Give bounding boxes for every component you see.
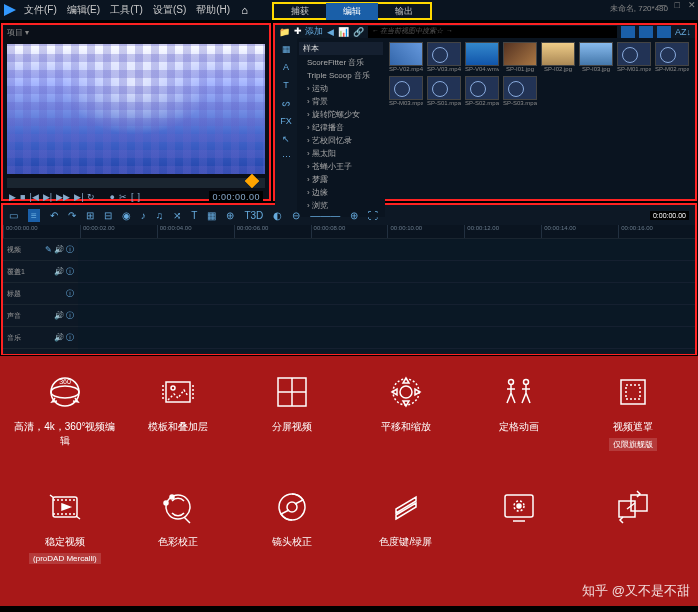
tl-zoom-out-icon[interactable]: ⊖	[292, 210, 300, 221]
close-icon[interactable]: ✕	[688, 0, 696, 10]
lib-chart-icon[interactable]: 📊	[338, 27, 349, 37]
feature-item[interactable]	[578, 485, 688, 592]
feature-item[interactable]: 色彩校正	[124, 485, 234, 592]
menu-tools[interactable]: 工具(T)	[110, 3, 143, 17]
category-item[interactable]: › 黑太阳	[303, 147, 379, 160]
track-header[interactable]: 覆盖1🔊 ⓘ	[3, 261, 78, 283]
tl-zoom-in-icon[interactable]: ⊕	[350, 210, 358, 221]
category-item[interactable]: › 纪律播音	[303, 121, 379, 134]
media-thumb[interactable]: SP-V02.mp4	[389, 42, 423, 72]
track-controls-icon[interactable]: 🔊 ⓘ	[54, 310, 74, 321]
tl-pan-icon[interactable]: ⊕	[226, 210, 234, 221]
next-frame-icon[interactable]: ▶|	[43, 192, 52, 202]
tl-timeline-icon[interactable]: ≡	[28, 209, 40, 222]
track-controls-icon[interactable]: ⓘ	[66, 288, 74, 299]
tl-motion-icon[interactable]: ⤨	[173, 210, 181, 221]
tl-3d-icon[interactable]: T3D	[244, 210, 263, 221]
category-item[interactable]: › 苍蝇小王子	[303, 160, 379, 173]
tl-fit-icon[interactable]: ⛶	[368, 210, 378, 221]
lib-side-tab[interactable]: ↖	[282, 134, 290, 144]
category-item[interactable]: › 背景	[303, 95, 379, 108]
tl-chapter-icon[interactable]: ◐	[273, 210, 282, 221]
feature-item[interactable]	[465, 485, 575, 592]
media-thumb[interactable]: SP-M01.mpa	[617, 42, 651, 72]
track-lane[interactable]	[78, 239, 695, 261]
category-item[interactable]: › 艺校回忆录	[303, 134, 379, 147]
track-header[interactable]: 标题ⓘ	[3, 283, 78, 305]
repeat-icon[interactable]: ↻	[87, 192, 95, 202]
media-thumb[interactable]: SP-S01.mpa	[427, 76, 461, 106]
feature-item[interactable]: 定格动画	[465, 370, 575, 479]
track-header[interactable]: 声音🔊 ⓘ	[3, 305, 78, 327]
track-lane[interactable]	[78, 305, 695, 327]
preview-mode-dropdown[interactable]: 项目 ▾	[3, 25, 269, 40]
lib-side-tab[interactable]: FX	[280, 116, 292, 126]
add-button[interactable]: ✚ 添加	[294, 25, 323, 38]
feature-item[interactable]: 平移和缩放	[351, 370, 461, 479]
menu-edit[interactable]: 编辑(E)	[67, 3, 100, 17]
tab-output[interactable]: 输出	[378, 3, 430, 20]
view-grid-icon[interactable]	[639, 26, 653, 38]
lib-import-icon[interactable]: 📁	[279, 27, 290, 37]
track-area[interactable]	[78, 239, 695, 354]
stop-icon[interactable]: ■	[20, 192, 25, 202]
tl-multi-icon[interactable]: ▦	[207, 210, 216, 221]
tl-tool1-icon[interactable]: ⊞	[86, 210, 94, 221]
media-thumb[interactable]: SP-M02.mpa	[655, 42, 689, 72]
view-detail-icon[interactable]	[657, 26, 671, 38]
tl-zoom-slider[interactable]: ———	[310, 210, 340, 221]
mark-out-icon[interactable]: ]	[137, 192, 140, 202]
lib-nav-back-icon[interactable]: ◀	[327, 27, 334, 37]
tl-mixer-icon[interactable]: ♪	[141, 210, 146, 221]
menu-file[interactable]: 文件(F)	[24, 3, 57, 17]
category-item[interactable]: › 边缘	[303, 186, 379, 199]
maximize-icon[interactable]: □	[675, 0, 680, 10]
tl-storyboard-icon[interactable]: ▭	[9, 210, 18, 221]
track-lane[interactable]	[78, 261, 695, 283]
minimize-icon[interactable]: —	[658, 0, 667, 10]
track-controls-icon[interactable]: 🔊 ⓘ	[54, 266, 74, 277]
mark-in-icon[interactable]: [	[131, 192, 134, 202]
media-thumb[interactable]: SP-V03.mp4	[427, 42, 461, 72]
category-header[interactable]: 样本	[299, 42, 383, 55]
feature-item[interactable]: 色度键/绿屏	[351, 485, 461, 592]
split-icon[interactable]: ✂	[119, 192, 127, 202]
media-thumb[interactable]: SP-I02.jpg	[541, 42, 575, 72]
lib-side-tab[interactable]: ⋯	[282, 152, 291, 162]
media-thumb[interactable]: SP-I03.jpg	[579, 42, 613, 72]
media-thumb[interactable]: SP-S02.mpa	[465, 76, 499, 106]
tl-subtitle-icon[interactable]: T	[191, 210, 197, 221]
menu-settings[interactable]: 设置(S)	[153, 3, 186, 17]
feature-item[interactable]: 视频遮罩仅限旗舰版	[578, 370, 688, 479]
track-controls-icon[interactable]: 🔊 ⓘ	[54, 332, 74, 343]
ff-icon[interactable]: ▶▶	[56, 192, 70, 202]
lib-side-tab[interactable]: T	[283, 80, 289, 90]
sort-button[interactable]: AZ↓	[675, 27, 691, 37]
search-input[interactable]: ← 在当前视图中搜索☆ →	[368, 26, 617, 38]
track-header[interactable]: 视频✎ 🔊 ⓘ	[3, 239, 78, 261]
feature-item[interactable]: 分屏视频	[237, 370, 347, 479]
category-item[interactable]: › 梦露	[303, 173, 379, 186]
media-thumb[interactable]: SP-S03.mpa	[503, 76, 537, 106]
view-list-icon[interactable]	[621, 26, 635, 38]
track-lane[interactable]	[78, 283, 695, 305]
play-icon[interactable]: ▶	[9, 192, 16, 202]
lib-link-icon[interactable]: 🔗	[353, 27, 364, 37]
feature-item[interactable]: 稳定视频(proDAD Mercalli)	[10, 485, 120, 592]
media-thumb[interactable]: SP-V04.wmv	[465, 42, 499, 72]
tl-auto-icon[interactable]: ♫	[156, 210, 164, 221]
prev-frame-icon[interactable]: |◀	[29, 192, 38, 202]
preview-scrubber[interactable]	[7, 178, 265, 188]
media-thumb[interactable]: SP-M03.mpa	[389, 76, 423, 106]
media-thumb[interactable]: SP-I01.jpg	[503, 42, 537, 72]
timeline-ruler[interactable]: 00:00:00.0000:00:02.0000:00:04.0000:00:0…	[3, 225, 695, 239]
track-controls-icon[interactable]: ✎ 🔊 ⓘ	[45, 244, 74, 255]
category-item[interactable]: Triple Scoop 音乐	[303, 69, 379, 82]
record-icon[interactable]: ●	[109, 192, 114, 202]
feature-item[interactable]: 镜头校正	[237, 485, 347, 592]
tl-record-icon[interactable]: ◉	[122, 210, 131, 221]
end-icon[interactable]: ▶|	[74, 192, 83, 202]
menu-help[interactable]: 帮助(H)	[196, 3, 230, 17]
tab-edit[interactable]: 编辑	[326, 3, 378, 20]
tab-capture[interactable]: 捕获	[274, 3, 326, 20]
